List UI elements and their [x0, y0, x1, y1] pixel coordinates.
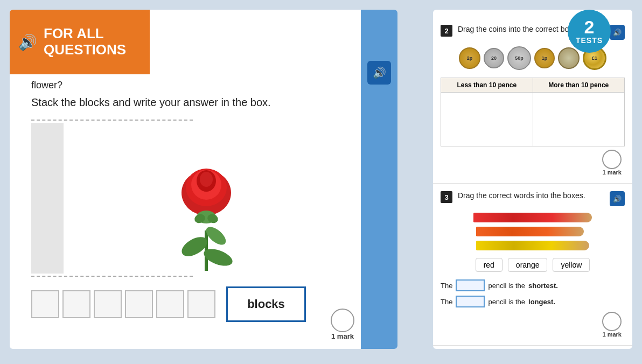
q2-mark-area: 1 mark — [441, 150, 625, 176]
grey-column — [31, 123, 64, 274]
answer-word: blocks — [247, 297, 285, 311]
sentence1-pre: The — [441, 282, 452, 290]
for-all-questions-banner: 🔊 FOR ALL QUESTIONS — [10, 10, 150, 74]
q2-mark-circle — [602, 150, 622, 169]
sentence2-fill-box[interactable] — [456, 296, 485, 307]
sentence2: The pencil is the longest. — [441, 296, 625, 307]
block-row — [31, 290, 215, 318]
col2-drop-area[interactable] — [533, 93, 625, 146]
sentence2-pre: The — [441, 298, 452, 306]
rose-image-area — [31, 123, 349, 274]
sentence1-bold: shortest. — [528, 282, 558, 290]
block-cell-5 — [156, 290, 184, 318]
speaker-icon-large: 🔊 — [18, 33, 37, 51]
q2-mark-label: 1 mark — [603, 169, 622, 176]
audio-button-q3[interactable]: 🔊 — [610, 191, 625, 206]
sentence1-fill-box[interactable] — [456, 279, 485, 291]
col2-header: More than 10 pence — [533, 78, 625, 93]
coin-extra[interactable] — [558, 47, 580, 69]
col1-drop-area[interactable] — [441, 93, 533, 146]
q3-text: Drag the correct words into the boxes. — [458, 191, 604, 200]
tests-badge: 2 TESTS — [568, 10, 611, 53]
audio-button-q2[interactable]: 🔊 — [610, 25, 625, 40]
mark-area-left: 1 mark — [331, 309, 354, 340]
pencils-area — [441, 213, 625, 250]
pencil-yellow — [476, 241, 589, 250]
block-cell-6 — [187, 290, 215, 318]
rose-illustration — [64, 123, 349, 274]
instruction-text: Stack the blocks and write your answer i… — [31, 96, 349, 109]
audio-button-left[interactable]: 🔊 — [367, 61, 391, 85]
coin-20p[interactable]: 20 — [484, 48, 504, 68]
q3-header: 3 Drag the correct words into the boxes.… — [441, 191, 625, 206]
q3-mark-label: 1 mark — [603, 331, 622, 338]
block-cell-4 — [125, 290, 153, 318]
question-3-block: 3 Drag the correct words into the boxes.… — [433, 184, 632, 346]
dashed-line-bottom — [31, 276, 193, 277]
tests-label: TESTS — [576, 36, 603, 45]
question-text-partial: flower? — [31, 80, 349, 91]
q3-mark-circle — [602, 312, 622, 331]
sort-table: Less than 10 pence More than 10 pence — [441, 78, 625, 146]
word-tag-red[interactable]: red — [476, 258, 503, 272]
answer-input-box[interactable]: blocks — [226, 286, 306, 322]
blue-side-strip: 🔊 — [361, 10, 397, 349]
word-tag-yellow[interactable]: yellow — [553, 258, 590, 272]
q3-mark-area: 1 mark — [441, 312, 625, 338]
coin-2p[interactable]: 2p — [459, 47, 480, 69]
sentence1: The pencil is the shortest. — [441, 279, 625, 291]
sentence2-bold: longest. — [528, 298, 555, 306]
word-tag-orange[interactable]: orange — [508, 258, 548, 272]
pencil-orange — [476, 227, 584, 236]
tests-number: 2 — [584, 18, 595, 36]
svg-point-8 — [200, 172, 213, 187]
sentence2-post: pencil is the — [488, 298, 525, 306]
word-tags: red orange yellow — [441, 258, 625, 272]
left-panel: 🔊 FOR ALL QUESTIONS 🔊 flower? Stack the … — [10, 10, 397, 349]
banner-text: FOR ALL QUESTIONS — [44, 26, 126, 58]
block-cell-1 — [31, 290, 59, 318]
sentence1-post: pencil is the — [488, 282, 525, 290]
q2-number: 2 — [441, 25, 452, 37]
block-cell-3 — [94, 290, 122, 318]
right-panel: 2 TESTS 2 Drag the coins into the correc… — [433, 10, 632, 349]
dashed-line-top — [31, 120, 193, 121]
rose-svg — [152, 123, 260, 274]
block-cell-2 — [62, 290, 90, 318]
coin-1p[interactable]: 1p — [534, 48, 555, 68]
mark-circle-left — [331, 309, 354, 332]
coin-50p[interactable]: 50p — [507, 46, 531, 70]
q3-number: 3 — [441, 191, 452, 203]
mark-label-left: 1 mark — [331, 332, 354, 340]
pencil-red — [473, 213, 592, 222]
answer-area: blocks — [31, 286, 349, 322]
col1-header: Less than 10 pence — [441, 78, 533, 93]
